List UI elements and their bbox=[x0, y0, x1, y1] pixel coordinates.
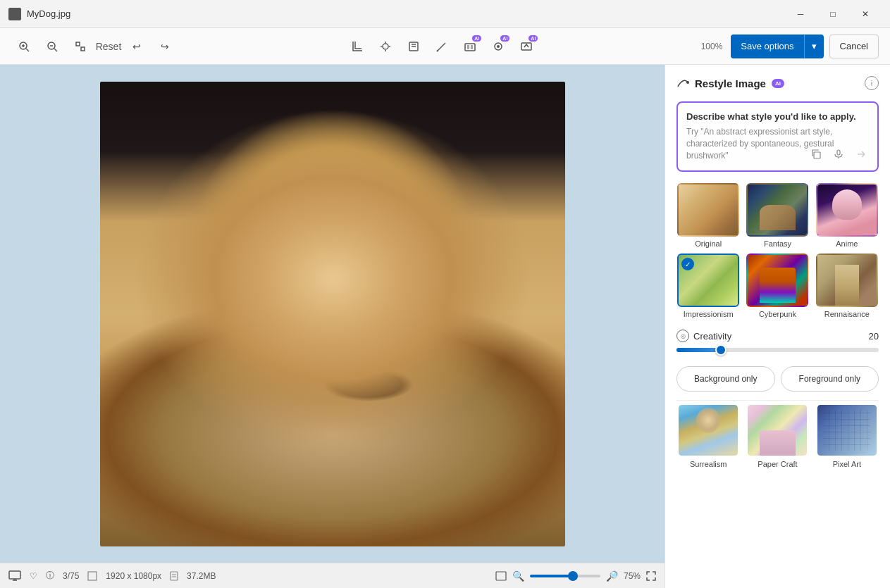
minimize-button[interactable]: ─ bbox=[784, 3, 817, 25]
filesize-icon bbox=[170, 571, 178, 581]
send-button[interactable] bbox=[852, 145, 870, 163]
background-tool[interactable] bbox=[486, 34, 511, 59]
zoom-level: 100% bbox=[701, 42, 723, 51]
save-options-button[interactable]: Save options ▾ bbox=[731, 35, 823, 58]
frame-icon bbox=[495, 571, 507, 581]
prompt-placeholder-title: Describe what style you'd like to apply. bbox=[686, 111, 869, 122]
filename-label: MyDog.jpg bbox=[27, 8, 70, 19]
window-controls: ─ □ ✕ bbox=[784, 3, 882, 25]
copy-button[interactable] bbox=[807, 145, 825, 163]
style-thumb-original bbox=[677, 183, 739, 237]
markup-tool[interactable] bbox=[401, 34, 426, 59]
panel-header: Restyle Image AI i bbox=[665, 65, 890, 96]
app-icon bbox=[8, 8, 21, 20]
style-label-surrealism: Surrealism bbox=[690, 460, 727, 468]
svg-rect-19 bbox=[465, 44, 475, 51]
style-label-fantasy: Fantasy bbox=[764, 239, 791, 248]
style-item-pixelart[interactable]: Pixel Art bbox=[815, 404, 879, 468]
style-thumb-impressionism: ✓ bbox=[677, 254, 739, 307]
save-options-label: Save options bbox=[731, 41, 803, 51]
creativity-label: ◎ Creativity bbox=[676, 330, 731, 342]
prompt-actions bbox=[807, 145, 870, 163]
style-thumb-cyberpunk bbox=[746, 254, 808, 307]
ai-restyle-tool[interactable] bbox=[514, 34, 539, 59]
creativity-icon: ◎ bbox=[676, 330, 689, 342]
zoom-thumb[interactable] bbox=[568, 571, 578, 581]
zoom-slider[interactable] bbox=[530, 575, 600, 577]
center-tools bbox=[186, 34, 698, 59]
zoom-in-button[interactable] bbox=[11, 34, 37, 59]
style-thumb-surrealism bbox=[677, 404, 739, 457]
svg-rect-25 bbox=[9, 571, 20, 579]
restyle-icon bbox=[676, 77, 689, 89]
style-thumb-papercraft bbox=[746, 404, 808, 457]
panel-title: Restyle Image AI bbox=[676, 77, 784, 89]
panel-title-text: Restyle Image bbox=[695, 77, 766, 89]
zoom-in-status-icon[interactable]: 🔎 bbox=[606, 570, 618, 582]
svg-line-18 bbox=[437, 50, 438, 51]
cancel-button[interactable]: Cancel bbox=[829, 35, 879, 58]
status-bar-right: 🔍 🔎 75% bbox=[495, 570, 656, 582]
style-thumb-pixelart bbox=[816, 404, 878, 457]
zoom-out-status-icon[interactable]: 🔍 bbox=[512, 570, 524, 582]
style-label-original: Original bbox=[695, 239, 722, 248]
creativity-header: ◎ Creativity 20 bbox=[676, 330, 879, 342]
style-grid: Original Fantasy Anime bbox=[665, 177, 890, 324]
status-bar: ♡ ⓘ 3/75 1920 x 1080px 37.2MB bbox=[0, 563, 665, 588]
dimensions-icon bbox=[87, 571, 97, 581]
foreground-only-toggle[interactable]: Foreground only bbox=[781, 366, 879, 392]
style-item-impressionism[interactable]: ✓ Impressionism bbox=[676, 254, 740, 318]
style-item-anime[interactable]: Anime bbox=[815, 183, 879, 248]
panel-ai-badge: AI bbox=[772, 79, 784, 88]
crop-tool[interactable] bbox=[345, 34, 370, 59]
close-button[interactable]: ✕ bbox=[849, 3, 882, 25]
favorite-icon[interactable]: ♡ bbox=[30, 571, 37, 581]
style-label-papercraft: Paper Craft bbox=[758, 460, 797, 468]
undo-button[interactable]: ↩ bbox=[124, 34, 149, 59]
svg-rect-28 bbox=[88, 572, 97, 580]
style-thumb-renaissance bbox=[816, 254, 878, 307]
save-dropdown-arrow[interactable]: ▾ bbox=[804, 35, 824, 58]
toolbar: Reset ↩ ↪ bbox=[0, 28, 890, 65]
main-content: ♡ ⓘ 3/75 1920 x 1080px 37.2MB bbox=[0, 65, 890, 588]
style-item-cyberpunk[interactable]: Cyberpunk bbox=[746, 254, 809, 318]
creativity-slider-track[interactable] bbox=[676, 348, 879, 352]
panel-info-icon[interactable]: i bbox=[865, 76, 879, 90]
fullscreen-icon[interactable] bbox=[646, 571, 656, 581]
style-item-fantasy[interactable]: Fantasy bbox=[746, 183, 809, 248]
light-tool[interactable] bbox=[373, 34, 398, 59]
remove-tool[interactable] bbox=[457, 34, 483, 59]
style-item-renaissance[interactable]: Rennaisance bbox=[815, 254, 879, 318]
style-item-surrealism[interactable]: Surrealism bbox=[676, 404, 740, 468]
apply-to-section: Background only Foreground only bbox=[665, 363, 890, 400]
creativity-section: ◎ Creativity 20 bbox=[665, 324, 890, 363]
info-icon[interactable]: ⓘ bbox=[46, 570, 54, 582]
style-thumb-fantasy bbox=[746, 183, 808, 237]
save-area: Save options ▾ Cancel bbox=[731, 35, 879, 58]
fit-button[interactable] bbox=[68, 34, 93, 59]
creativity-slider-thumb[interactable] bbox=[715, 344, 727, 356]
reset-area: Reset ↩ ↪ bbox=[96, 34, 178, 59]
creativity-text: Creativity bbox=[693, 331, 731, 342]
background-only-toggle[interactable]: Background only bbox=[676, 366, 775, 392]
zoom-percentage: 75% bbox=[624, 571, 641, 581]
style-label-anime: Anime bbox=[836, 239, 858, 248]
svg-rect-21 bbox=[471, 45, 473, 49]
style-item-original[interactable]: Original bbox=[676, 183, 740, 248]
redo-button[interactable]: ↪ bbox=[152, 34, 178, 59]
filesize-label: 37.2MB bbox=[187, 571, 216, 581]
svg-line-5 bbox=[54, 49, 57, 51]
zoom-out-button[interactable] bbox=[39, 34, 65, 59]
svg-rect-35 bbox=[837, 150, 840, 155]
reset-button[interactable]: Reset bbox=[96, 34, 121, 59]
monitor-icon bbox=[8, 570, 21, 582]
mic-button[interactable] bbox=[829, 145, 848, 163]
draw-tool[interactable] bbox=[429, 34, 455, 59]
svg-point-9 bbox=[383, 44, 388, 49]
dimensions-label: 1920 x 1080px bbox=[106, 571, 161, 581]
svg-line-17 bbox=[438, 43, 445, 50]
prompt-area[interactable]: Describe what style you'd like to apply.… bbox=[676, 101, 879, 172]
maximize-button[interactable]: □ bbox=[817, 3, 849, 25]
style-item-papercraft[interactable]: Paper Craft bbox=[746, 404, 809, 468]
title-bar-left: MyDog.jpg bbox=[8, 8, 70, 20]
